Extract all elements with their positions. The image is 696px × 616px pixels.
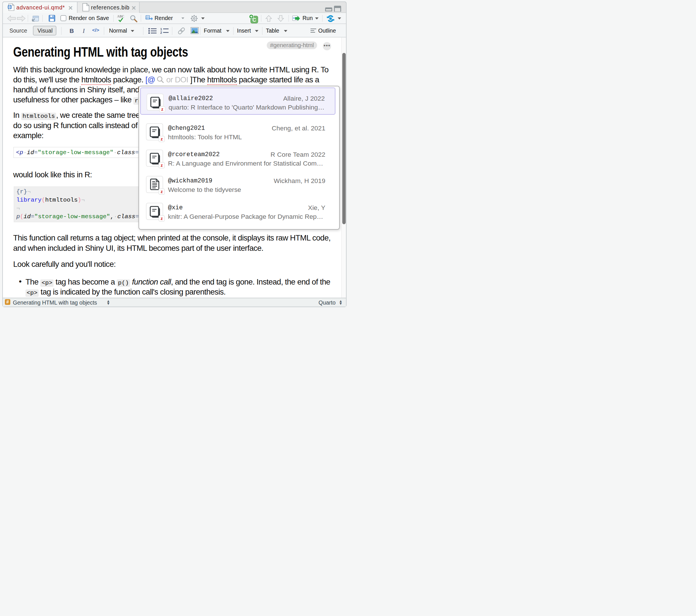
svg-text:1: 1 — [160, 28, 162, 31]
svg-text:2: 2 — [160, 31, 162, 34]
svg-text:ABC: ABC — [117, 14, 124, 18]
